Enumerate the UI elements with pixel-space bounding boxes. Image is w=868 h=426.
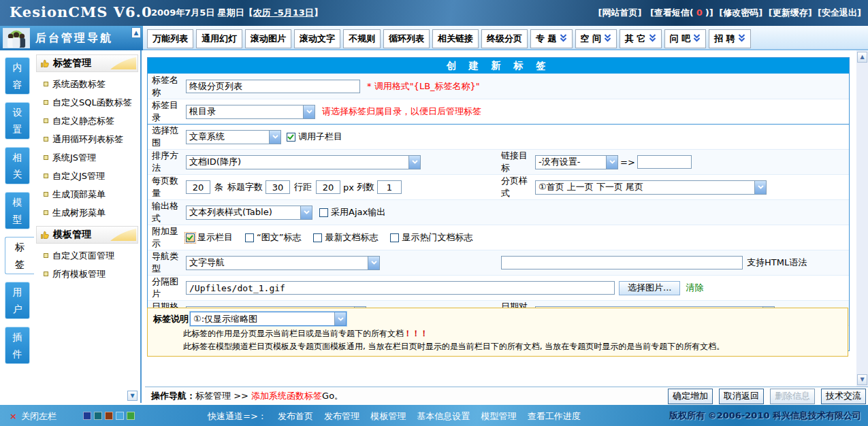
show-column-checkbox[interactable]: 显示栏目 — [186, 231, 233, 244]
confirm-add-button[interactable]: 确定增加 — [668, 389, 713, 404]
hot-doc-flag-checkbox[interactable]: 显示热门文档标志 — [390, 231, 472, 244]
extra-label: 附加显示 — [152, 225, 186, 250]
sidebar-item-related[interactable]: 相关 — [5, 147, 30, 184]
sort-row: 排序方法 文档ID(降序) 链接目标 -没有设置- => — [148, 149, 849, 174]
sidebar-item-settings[interactable]: 设置 — [5, 102, 30, 140]
sidebar-item-users[interactable]: 用户 — [5, 282, 30, 319]
menu-item-top-menu[interactable]: 生成顶部菜单 — [34, 185, 140, 203]
tab-loop-list[interactable]: 循环列表 — [383, 29, 430, 48]
tag-name-input[interactable] — [186, 80, 360, 93]
close-left-panel-button[interactable]: ×关闭左栏 — [10, 410, 57, 423]
tab-scroll-images[interactable]: 滚动图片 — [245, 29, 291, 48]
quick-link-model-manage[interactable]: 模型管理 — [481, 411, 517, 421]
home-link[interactable]: [网站首页] — [598, 7, 641, 18]
theme-square[interactable] — [94, 412, 102, 420]
include-subcolumns-checkbox[interactable]: 调用子栏目 — [287, 131, 342, 143]
tab-scroll-text[interactable]: 滚动文字 — [294, 29, 340, 48]
menu-item-tree-menu[interactable]: 生成树形菜单 — [34, 203, 140, 222]
quick-link-publish-manage[interactable]: 发布管理 — [324, 411, 359, 421]
tab-qa[interactable]: 问 吧 — [664, 29, 707, 48]
sort-select[interactable]: 文档ID(降序) — [186, 155, 421, 169]
tag-dir-select[interactable]: 根目录 — [186, 105, 315, 119]
menu-section-tag-management[interactable]: 标签管理 — [36, 54, 138, 72]
sidebar-item-tags[interactable]: 标签 — [5, 237, 34, 274]
tab-special-topic[interactable]: 专 题 — [530, 29, 573, 48]
avatar-image — [3, 28, 30, 48]
clear-link[interactable]: 清除 — [686, 282, 703, 294]
choose-image-button[interactable]: 选择图片... — [619, 281, 680, 295]
sep-img-input[interactable] — [186, 281, 615, 295]
kesioncms-admin-screen: KesionCMS V6.0 2009年7月5日 星期日【农历 -5月13日】 … — [0, 0, 868, 426]
sidebar-item-content[interactable]: 内容 — [5, 57, 30, 95]
description-select[interactable]: ①:仅显示缩略图 — [190, 312, 347, 326]
tab-other[interactable]: 其 它 — [620, 29, 662, 48]
quick-link-work-progress[interactable]: 查看工作进度 — [528, 411, 581, 421]
collapse-up-icon[interactable]: ▲ — [131, 27, 141, 38]
per-page-input[interactable] — [186, 180, 210, 194]
lunar-date-link[interactable]: 农历 -5月13日 — [253, 7, 314, 18]
tab-related-links[interactable]: 相关链接 — [432, 29, 479, 48]
sidebar-item-plugins[interactable]: 插件 — [5, 327, 30, 364]
image-text-flag-checkbox[interactable]: “图文”标志 — [245, 231, 301, 244]
scroll-up-icon[interactable]: ▲ — [857, 52, 867, 63]
menu-item-custom-js[interactable]: 自定义JS管理 — [34, 167, 140, 185]
vertical-scrollbar[interactable]: ▲ ▼ — [856, 50, 868, 387]
description-line-2: 此标签在模型频道栏目页模板及专题页面模板通用, 当放在栏目页时显示的是当前栏目下… — [183, 341, 842, 352]
title-chars-input[interactable] — [266, 180, 290, 194]
nav-custom-input[interactable] — [501, 256, 743, 269]
menu-item-all-templates[interactable]: 所有模板管理 — [34, 265, 140, 283]
scope-select[interactable]: 文章系统 — [186, 130, 281, 144]
tech-support-button[interactable]: 技术交流 — [821, 389, 866, 404]
panel-scroll-down-icon[interactable]: ▼ — [127, 391, 138, 401]
menu-item-system-js[interactable]: 系统JS管理 — [34, 148, 140, 167]
logout-link[interactable]: [安全退出] — [818, 7, 861, 18]
select-value: 文档ID(降序) — [187, 156, 408, 168]
sms-link[interactable]: [查看短信(0)] — [647, 7, 713, 18]
tab-final-paging[interactable]: 终级分页 — [481, 29, 528, 48]
cancel-return-button[interactable]: 取消返回 — [719, 389, 764, 404]
line-spacing-input[interactable] — [316, 180, 340, 194]
menu-item-label: 自定义页面管理 — [52, 250, 114, 262]
link-target-select[interactable]: -没有设置- — [535, 155, 618, 169]
select-value: 文本列表样式(Table) — [187, 206, 300, 218]
checkbox-unchecked-icon — [245, 233, 254, 242]
theme-square[interactable] — [127, 412, 135, 420]
page-style-select[interactable]: ①首页 上一页 下一页 尾页 — [535, 180, 767, 195]
theme-square[interactable] — [83, 412, 91, 420]
output-select[interactable]: 文本列表样式(Table) — [186, 206, 312, 220]
sidebar-item-label: 设置 — [12, 104, 22, 138]
menu-item-loop-list-tags[interactable]: 通用循环列表标签 — [34, 130, 140, 148]
tab-recruit[interactable]: 招 聘 — [709, 29, 751, 48]
breadcrumb: 操作导航：标签管理 >> 添加系统函数标签Go。 — [151, 390, 343, 402]
tab-irregular[interactable]: 不规则 — [343, 29, 381, 48]
tab-label: 空 间 — [581, 33, 602, 44]
ajax-output-checkbox[interactable]: 采用Ajax输出 — [319, 206, 385, 218]
nav-type-select[interactable]: 文字导航 — [186, 256, 380, 270]
menu-item-label: 系统JS管理 — [52, 152, 96, 164]
tab-slideshow[interactable]: 通用幻灯 — [196, 29, 242, 48]
menu-item-custom-sql-tags[interactable]: 自定义SQL函数标签 — [34, 93, 140, 112]
tab-universal-list[interactable]: 万能列表 — [147, 29, 193, 48]
newest-doc-flag-checkbox[interactable]: 最新文档标志 — [313, 231, 378, 244]
quick-link-publish-home[interactable]: 发布首页 — [278, 411, 313, 421]
columns-input[interactable] — [377, 180, 402, 194]
tab-space[interactable]: 空 间 — [575, 29, 617, 48]
quick-links: 快速通道=>： 发布首页 发布管理 模板管理 基本信息设置 模型管理 查看工作进… — [208, 410, 589, 423]
quick-link-basic-info[interactable]: 基本信息设置 — [417, 411, 470, 421]
quick-link-template-manage[interactable]: 模板管理 — [370, 411, 406, 421]
menu-item-custom-static-tags[interactable]: 自定义静态标签 — [34, 112, 140, 130]
sidebar-item-models[interactable]: 模型 — [5, 192, 30, 229]
menu-item-system-function-tags[interactable]: 系统函数标签 — [34, 75, 140, 93]
theme-square[interactable] — [105, 412, 113, 420]
theme-square[interactable] — [116, 412, 124, 420]
menu-section-template-management[interactable]: 模板管理 — [36, 226, 138, 244]
refresh-cache-link[interactable]: [更新缓存] — [769, 7, 812, 18]
tag-description-box: 标签说明 ①:仅显示缩略图 此标签的作用是分页显示当前栏目或是当前专题下的所有文… — [147, 308, 848, 357]
chevron-double-down-icon — [738, 34, 745, 42]
add-system-tag-link[interactable]: 添加系统函数标签 — [251, 391, 322, 401]
change-password-link[interactable]: [修改密码] — [719, 7, 762, 18]
scroll-down-icon[interactable]: ▼ — [857, 374, 867, 385]
bullet-icon — [44, 272, 48, 276]
link-target-input[interactable] — [637, 155, 692, 169]
menu-item-custom-pages[interactable]: 自定义页面管理 — [34, 246, 140, 265]
